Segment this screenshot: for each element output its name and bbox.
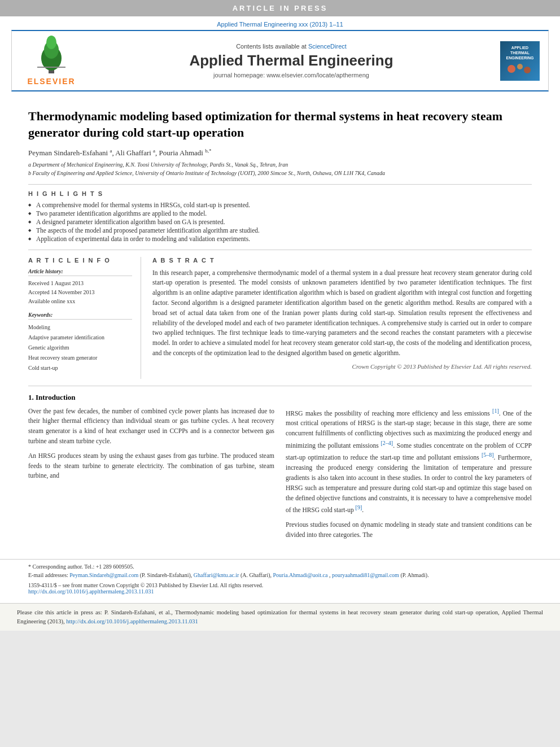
footnote-area: * Corresponding author. Tel.: +1 289 600… [0, 559, 560, 579]
footnote-email-p1: (P. Sindareh-Esfahani), [140, 572, 194, 578]
history-text: Received 1 August 2013 Accepted 14 Novem… [28, 279, 132, 306]
svg-point-6 [517, 64, 523, 69]
list-item: Adaptive parameter identification [28, 333, 132, 343]
elsevier-logo: ELSEVIER [18, 36, 85, 86]
bottom-bar-text: Please cite this article in press as: P.… [17, 608, 543, 627]
issn-footer: 1359-4311/$ – see front matter Crown Cop… [0, 579, 560, 597]
email-link-4[interactable]: pouryaahmadi81@gmail.com [332, 572, 399, 578]
svg-point-3 [46, 36, 56, 49]
abstract-column: A B S T R A C T In this research paper, … [152, 257, 532, 379]
journal-logo-box: APPLIED THERMAL ENGINEERING [500, 41, 540, 81]
article-in-press-banner: ARTICLE IN PRESS [0, 0, 560, 16]
body-left: Over the past few decades, the number of… [28, 407, 274, 545]
elsevier-label: ELSEVIER [27, 77, 75, 86]
journal-header-content: ELSEVIER Contents lists available at Sci… [11, 30, 549, 91]
keywords-block: Keywords: Modeling Adaptive parameter id… [28, 312, 132, 373]
history-label: Article history: [28, 268, 132, 276]
list-item: Two parameter identification algorithms … [28, 210, 532, 217]
list-item: A comprehensive model for thermal system… [28, 202, 532, 208]
footnote-corresponding: * Corresponding author. Tel.: +1 289 600… [28, 562, 532, 571]
body-right: HRSG makes the possibility of reaching m… [286, 407, 532, 545]
affiliation-a: a Department of Mechanical Engineering, … [28, 160, 532, 169]
article-info-column: A R T I C L E I N F O Article history: R… [28, 257, 141, 379]
keywords-list: Modeling Adaptive parameter identificati… [28, 322, 132, 373]
svg-point-5 [508, 65, 515, 73]
email-link-1[interactable]: Peyman.Sindareh@gmail.com [69, 572, 138, 578]
highlights-list: A comprehensive model for thermal system… [28, 202, 532, 242]
main-content: Thermodynamic modeling based optimizatio… [0, 91, 560, 556]
keywords-label: Keywords: [28, 312, 132, 320]
sciencedirect-link[interactable]: ScienceDirect [308, 43, 347, 50]
highlights-title: H I G H L I G H T S [28, 190, 532, 197]
svg-rect-4 [37, 67, 65, 68]
footnote-corresponding-text: * Corresponding author. Tel.: +1 289 600… [28, 563, 134, 570]
bottom-bar: Please cite this article in press as: P.… [0, 603, 560, 631]
doi-link[interactable]: http://dx.doi.org/10.1016/j.applthermale… [28, 588, 154, 595]
ref-9-link[interactable]: [9] [356, 504, 362, 510]
sciencedirect-text: Contents lists available at [236, 43, 308, 50]
bottom-bar-doi-link[interactable]: http://dx.doi.org/10.1016/j.applthermale… [66, 618, 198, 624]
history-block: Article history: Received 1 August 2013 … [28, 268, 132, 306]
ref-2-4-link[interactable]: [2–4] [380, 440, 393, 446]
footnote-email-p4: (P. Ahmadi). [400, 572, 428, 578]
article-title: Thermodynamic modeling based optimizatio… [28, 108, 532, 141]
received-text: Received 1 August 2013 [28, 279, 132, 288]
ref-5-8-link[interactable]: [5–8] [482, 452, 494, 458]
introduction-heading: 1. Introduction [28, 393, 532, 402]
list-item: A designed parameter identification algo… [28, 219, 532, 225]
svg-point-7 [524, 67, 531, 73]
footnote-email-label: E-mail addresses: [28, 572, 68, 578]
article-info-abstract: A R T I C L E I N F O Article history: R… [28, 257, 532, 379]
authors-line: Peyman Sindareh-Esfahani a, Ali Ghaffari… [28, 147, 532, 157]
available-text: Available online xxx [28, 297, 132, 306]
intro-para-2: An HRSG produces steam by using the exha… [28, 451, 274, 481]
logo-graphic-icon [506, 62, 534, 76]
journal-center: Contents lists available at ScienceDirec… [85, 43, 497, 78]
elsevier-tree-icon [26, 36, 77, 75]
list-item: The aspects of the model and proposed pa… [28, 227, 532, 234]
issn-text: 1359-4311/$ – see front matter Crown Cop… [28, 582, 263, 595]
article-info-label: A R T I C L E I N F O [28, 257, 132, 264]
intro-right-para-2: Previous studies focused on dynamic mode… [286, 520, 532, 540]
intro-para-1: Over the past few decades, the number of… [28, 407, 274, 447]
authors-text: Peyman Sindareh-Esfahani a, Ali Ghaffari… [28, 148, 211, 157]
sciencedirect-line: Contents lists available at ScienceDirec… [85, 43, 497, 50]
introduction-section: 1. Introduction Over the past few decade… [28, 386, 532, 545]
list-item: Modeling [28, 322, 132, 333]
list-item: Application of experimental data in orde… [28, 235, 532, 242]
journal-link-line: Applied Thermal Engineering xxx (2013) 1… [11, 21, 549, 28]
list-item: Genetic algorithm [28, 343, 132, 353]
banner-text: ARTICLE IN PRESS [233, 4, 328, 12]
ref-1-link[interactable]: [1] [492, 408, 499, 414]
list-item: Cold start-up [28, 363, 132, 373]
email-link-3[interactable]: Pouria.Ahmadi@uoit.ca [273, 572, 328, 578]
list-item: Heat recovery steam generator [28, 353, 132, 363]
journal-logo-right: APPLIED THERMAL ENGINEERING [497, 41, 542, 81]
logo-line-3: ENGINEERING [506, 55, 533, 60]
footnote-email-p2: (A. Ghaffari), [240, 572, 273, 578]
logo-line-1: APPLIED [511, 45, 528, 50]
journal-homepage: journal homepage: www.elsevier.com/locat… [85, 72, 497, 78]
affiliation-b: b Faculty of Engineering and Applied Sci… [28, 169, 532, 177]
affiliations: a Department of Mechanical Engineering, … [28, 160, 532, 177]
email-link-2[interactable]: Ghaffari@kntu.ac.ir [194, 572, 239, 578]
highlights-section: H I G H L I G H T S A comprehensive mode… [28, 184, 532, 250]
body-two-column: Over the past few decades, the number of… [28, 407, 532, 545]
intro-right-para-1: HRSG makes the possibility of reaching m… [286, 407, 532, 516]
page-wrapper: ARTICLE IN PRESS Applied Thermal Enginee… [0, 0, 560, 631]
abstract-text: In this research paper, a comprehensive … [152, 268, 532, 359]
issn-line: 1359-4311/$ – see front matter Crown Cop… [28, 582, 263, 588]
copyright-line: Crown Copyright © 2013 Published by Else… [152, 363, 532, 370]
journal-header: Applied Thermal Engineering xxx (2013) 1… [0, 16, 560, 91]
journal-title: Applied Thermal Engineering [85, 52, 497, 69]
accepted-text: Accepted 14 November 2013 [28, 288, 132, 297]
footnote-email: E-mail addresses: Peyman.Sindareh@gmail.… [28, 571, 532, 579]
logo-line-2: THERMAL [510, 50, 530, 55]
abstract-label: A B S T R A C T [152, 257, 532, 264]
